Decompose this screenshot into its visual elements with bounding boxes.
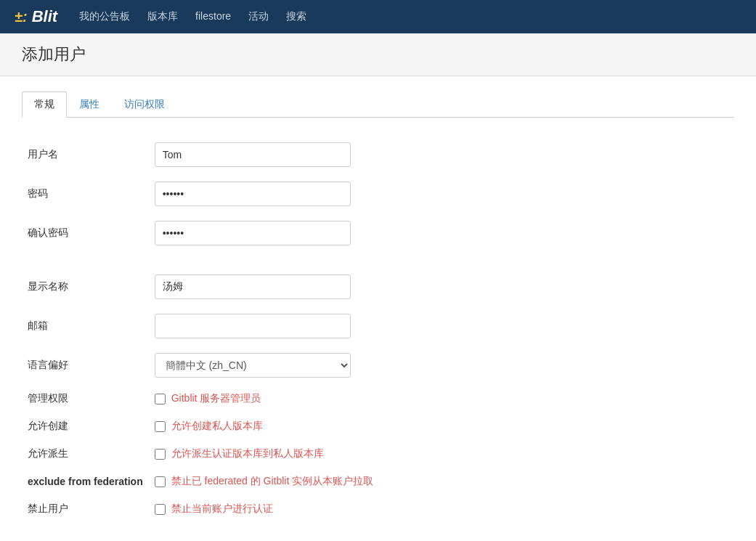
nav-filestore[interactable]: filestore [195,10,231,22]
email-label: 邮箱 [22,306,149,346]
main-content: 常规 属性 访问权限 用户名 密码 确认密码 [0,76,756,537]
federation-checkbox-label: 禁止已 federated 的 Gitblit 实例从本账户拉取 [171,475,374,488]
page-header: 添加用户 [0,33,756,76]
fork-label: 允许派生 [22,440,149,468]
confirm-password-input[interactable] [155,221,351,245]
language-select[interactable]: 簡體中文 (zh_CN) English 繁體中文 (zh_TW) [155,353,351,378]
language-label: 语言偏好 [22,346,149,385]
display-name-label: 显示名称 [22,267,149,306]
navbar: ±: Blit 我的公告板 版本库 filestore 活动 搜索 [0,0,756,33]
username-row: 用户名 [22,135,734,174]
brand-name: Blit [32,7,57,26]
nav-search[interactable]: 搜索 [286,10,306,22]
username-input[interactable] [155,142,351,167]
federation-label: exclude from federation [22,468,149,495]
tabs: 常规 属性 访问权限 [22,91,734,118]
disable-row: 禁止用户 禁止当前账户进行认证 [22,495,734,523]
brand-logo[interactable]: ±: Blit [15,7,57,26]
fork-checkbox-row: 允许派生认证版本库到私人版本库 [155,447,728,460]
fork-checkbox-label: 允许派生认证版本库到私人版本库 [171,447,324,460]
federation-checkbox[interactable] [155,476,166,487]
create-checkbox-label: 允许创建私人版本库 [171,420,263,433]
federation-row: exclude from federation 禁止已 federated 的 … [22,468,734,495]
admin-row: 管理权限 Gitblit 服务器管理员 [22,385,734,412]
nav-repos[interactable]: 版本库 [147,10,178,22]
email-row: 邮箱 [22,306,734,346]
admin-checkbox[interactable] [155,394,166,404]
admin-label: 管理权限 [22,385,149,412]
create-checkbox-row: 允许创建私人版本库 [155,420,728,433]
confirm-password-row: 确认密码 [22,213,734,253]
password-label: 密码 [22,174,149,213]
form-table: 用户名 密码 确认密码 [22,135,734,523]
confirm-password-label: 确认密码 [22,213,149,253]
language-row: 语言偏好 簡體中文 (zh_CN) English 繁體中文 (zh_TW) [22,346,734,385]
create-row: 允许创建 允许创建私人版本库 [22,412,734,440]
admin-checkbox-row: Gitblit 服务器管理员 [155,392,728,405]
tab-access[interactable]: 访问权限 [112,91,177,118]
tab-general[interactable]: 常规 [22,91,67,118]
display-name-row: 显示名称 [22,267,734,306]
navbar-links: 我的公告板 版本库 filestore 活动 搜索 [79,10,306,23]
nav-activity[interactable]: 活动 [248,10,269,22]
fork-row: 允许派生 允许派生认证版本库到私人版本库 [22,440,734,468]
nav-bulletin[interactable]: 我的公告板 [79,10,130,22]
disable-checkbox[interactable] [155,504,166,515]
page-title: 添加用户 [22,44,734,65]
federation-checkbox-row: 禁止已 federated 的 Gitblit 实例从本账户拉取 [155,475,728,488]
display-name-input[interactable] [155,274,351,299]
brand-icon: ±: [15,9,28,25]
disable-checkbox-row: 禁止当前账户进行认证 [155,503,728,516]
username-label: 用户名 [22,135,149,174]
create-label: 允许创建 [22,412,149,440]
disable-label: 禁止用户 [22,495,149,523]
create-checkbox[interactable] [155,421,166,432]
admin-checkbox-label: Gitblit 服务器管理员 [171,392,261,405]
tab-properties[interactable]: 属性 [67,91,112,118]
password-input[interactable] [155,182,351,206]
fork-checkbox[interactable] [155,449,166,460]
password-row: 密码 [22,174,734,213]
email-input[interactable] [155,314,351,338]
disable-checkbox-label: 禁止当前账户进行认证 [171,503,273,516]
